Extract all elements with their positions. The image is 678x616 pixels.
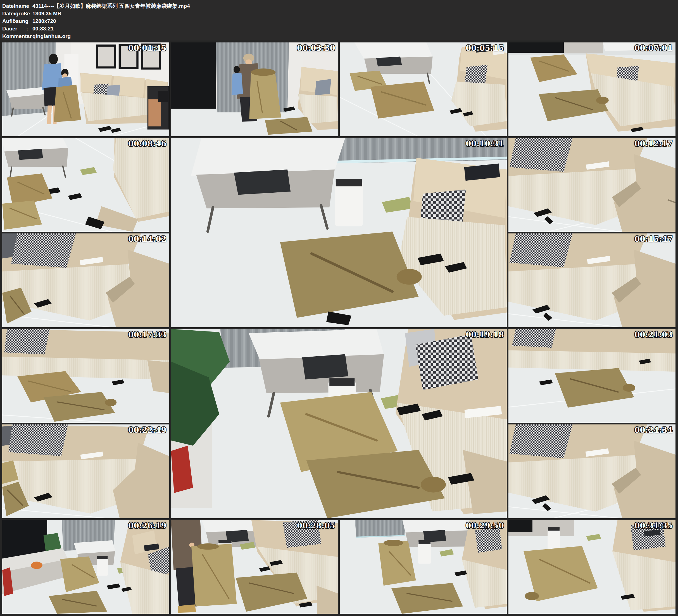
file-info-value: 43114----【岁月如歌】麻袋绑架系列 五四女青年被装麻袋绑架.mp4 [32, 2, 190, 10]
thumbnail-image [509, 42, 676, 136]
timestamp-overlay: 00:05:15 [466, 44, 504, 52]
file-info-separator: : [26, 2, 32, 10]
file-info-label: Kommentar [2, 32, 26, 40]
video-thumbnail[interactable]: 00:28:05 [171, 520, 338, 614]
video-thumbnail[interactable]: 00:19:18 [171, 329, 507, 518]
thumbnail-image [340, 520, 507, 614]
video-thumbnail[interactable]: 00:01:45 [2, 42, 169, 136]
file-info-label: Dateigröße [2, 10, 26, 17]
video-thumbnail[interactable]: 00:08:46 [2, 138, 169, 232]
video-thumbnail[interactable]: 00:31:35 [509, 520, 676, 614]
thumbnail-image [171, 329, 507, 518]
timestamp-overlay: 00:31:35 [634, 521, 673, 530]
timestamp-overlay: 00:15:47 [634, 235, 673, 243]
timestamp-overlay: 00:10:31 [466, 139, 504, 148]
thumbnail-image [171, 138, 507, 327]
timestamp-overlay: 00:17:33 [128, 330, 166, 339]
file-info-value: 1309.35 MB [32, 10, 62, 17]
timestamp-overlay: 00:21:03 [634, 330, 673, 339]
timestamp-overlay: 00:08:46 [128, 139, 166, 148]
thumbnail-image [2, 329, 169, 423]
video-thumbnail[interactable]: 00:21:03 [509, 329, 676, 423]
file-info-row: Auflösung:1280x720 [2, 17, 678, 25]
timestamp-overlay: 00:26:19 [128, 521, 166, 530]
timestamp-overlay: 00:29:50 [466, 521, 504, 530]
thumbnail-image [509, 424, 676, 518]
thumbnail-grid: 00:01:4500:03:3000:05:1500:07:0100:08:46… [0, 40, 678, 616]
video-thumbnail[interactable]: 00:15:47 [509, 233, 676, 327]
thumbnail-image [509, 520, 676, 614]
file-info-value: qinglanhua.org [32, 32, 71, 40]
video-thumbnail[interactable]: 00:29:50 [340, 520, 507, 614]
timestamp-overlay: 00:24:34 [634, 426, 673, 434]
timestamp-overlay: 00:07:01 [634, 44, 673, 52]
thumbnail-image [340, 42, 507, 136]
video-contact-sheet: Dateiname:43114----【岁月如歌】麻袋绑架系列 五四女青年被装麻… [0, 0, 678, 616]
file-info-label: Dateiname [2, 2, 26, 10]
file-info-separator: : [26, 25, 32, 32]
file-info-row: Dateiname:43114----【岁月如歌】麻袋绑架系列 五四女青年被装麻… [2, 2, 678, 10]
thumbnail-image [2, 138, 169, 232]
timestamp-overlay: 00:19:18 [466, 330, 504, 339]
timestamp-overlay: 00:22:49 [128, 426, 166, 434]
thumbnail-image [509, 233, 676, 327]
video-thumbnail[interactable]: 00:14:02 [2, 233, 169, 327]
video-thumbnail[interactable]: 00:17:33 [2, 329, 169, 423]
thumbnail-image [509, 329, 676, 423]
file-info-row: Dauer:00:33:21 [2, 25, 678, 32]
thumbnail-image [2, 520, 169, 614]
video-thumbnail[interactable]: 00:07:01 [509, 42, 676, 136]
file-info-separator: : [26, 10, 32, 17]
file-info-panel: Dateiname:43114----【岁月如歌】麻袋绑架系列 五四女青年被装麻… [0, 0, 678, 40]
thumbnail-image [171, 520, 338, 614]
thumbnail-image [2, 42, 169, 136]
thumbnail-image [509, 138, 676, 232]
timestamp-overlay: 00:03:30 [297, 44, 335, 52]
file-info-separator: : [26, 32, 32, 40]
thumbnail-image [2, 424, 169, 518]
video-thumbnail[interactable]: 00:22:49 [2, 424, 169, 518]
timestamp-overlay: 00:12:17 [634, 139, 673, 148]
file-info-value: 1280x720 [32, 17, 56, 25]
file-info-separator: : [26, 17, 32, 25]
file-info-label: Auflösung [2, 17, 26, 25]
thumbnail-image [171, 42, 338, 136]
timestamp-overlay: 00:28:05 [297, 521, 335, 530]
thumbnail-image [2, 233, 169, 327]
timestamp-overlay: 00:01:45 [128, 44, 166, 52]
file-info-row: Dateigröße:1309.35 MB [2, 10, 678, 17]
video-thumbnail[interactable]: 00:03:30 [171, 42, 338, 136]
video-thumbnail[interactable]: 00:26:19 [2, 520, 169, 614]
video-thumbnail[interactable]: 00:10:31 [171, 138, 507, 327]
file-info-row: Kommentar:qinglanhua.org [2, 32, 678, 40]
file-info-value: 00:33:21 [32, 25, 53, 32]
file-info-label: Dauer [2, 25, 26, 32]
timestamp-overlay: 00:14:02 [128, 235, 166, 243]
video-thumbnail[interactable]: 00:12:17 [509, 138, 676, 232]
video-thumbnail[interactable]: 00:24:34 [509, 424, 676, 518]
video-thumbnail[interactable]: 00:05:15 [340, 42, 507, 136]
